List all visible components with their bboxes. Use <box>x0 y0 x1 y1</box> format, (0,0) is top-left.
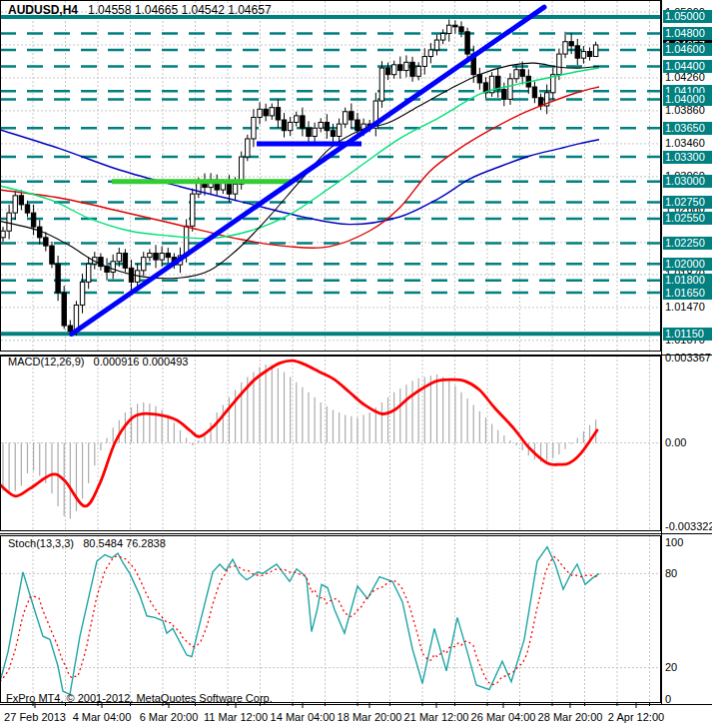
level-price-tag: 1.04800 <box>663 27 712 40</box>
price-axis-label: 1.01470 <box>663 301 712 314</box>
time-axis-label: 2 Apr 12:00 <box>608 711 664 723</box>
time-axis-label: 26 Mar 04:00 <box>471 711 536 723</box>
level-price-tag: 1.01150 <box>663 328 712 341</box>
time-axis-label: 11 Mar 12:00 <box>204 711 268 723</box>
macd-current-values: 0.000916 0.000493 <box>94 356 189 367</box>
level-price-tag: 1.05000 <box>663 10 712 23</box>
time-axis-label: 27 Feb 2013 <box>4 711 66 723</box>
time-axis-label: 18 Mar 20:00 <box>338 711 402 723</box>
support-resistance-levels-layer <box>0 17 661 334</box>
macd-axis-label: -0.003322 <box>663 520 712 533</box>
level-price-tag: 1.01800 <box>663 274 712 287</box>
stoch-current-values: 80.5484 76.2838 <box>83 537 166 549</box>
pane-borders <box>0 0 712 708</box>
time-axis-label: 28 Mar 20:00 <box>538 711 603 723</box>
level-price-tag: 1.02000 <box>663 258 712 271</box>
macd-pane-series <box>0 361 597 519</box>
stochastic-pane-series <box>0 547 599 695</box>
level-price-tag: 1.01650 <box>663 287 712 300</box>
symbol-period-label: AUDUSD,H4 <box>8 3 78 17</box>
price-axis-label: 1.03460 <box>663 137 712 150</box>
macd-axis-label: 0.003367 <box>663 352 712 364</box>
level-price-tag: 1.02550 <box>663 212 712 225</box>
stoch-axis-label: 0 <box>663 693 712 706</box>
level-price-tag: 1.03650 <box>663 122 712 135</box>
level-price-tag: 1.03000 <box>663 175 712 188</box>
macd-axis-label: 0.00 <box>663 436 712 449</box>
stoch-axis-label: 100 <box>663 536 712 549</box>
stoch-indicator-label: Stoch(13,3,3) 80.5484 76.2838 <box>8 537 166 549</box>
trendline-object[interactable] <box>72 7 544 334</box>
mt4-chart-window: AUDUSD,H4 1.04558 1.04665 1.04542 1.0465… <box>0 0 712 728</box>
time-axis-label: 6 Mar 20:00 <box>140 711 199 723</box>
stoch-axis-label: 20 <box>663 661 712 674</box>
copyright-text: FxPro MT4, © 2001-2012, MetaQuotes Softw… <box>6 692 273 704</box>
ohlc-values-label: 1.04558 1.04665 1.04542 1.04657 <box>88 3 272 17</box>
chart-title: AUDUSD,H4 1.04558 1.04665 1.04542 1.0465… <box>8 3 272 17</box>
time-axis-label: 14 Mar 04:00 <box>271 711 336 723</box>
time-axis-label: 21 Mar 12:00 <box>404 711 469 723</box>
price-axis-label: 1.03860 <box>663 104 712 117</box>
macd-indicator-label: MACD(12,26,9) 0.000916 0.000493 <box>8 356 188 367</box>
stoch-axis-label: 80 <box>663 567 712 580</box>
time-axis-label: 4 Mar 04:00 <box>73 711 132 723</box>
price-axis-label: 1.04260 <box>663 71 712 84</box>
level-price-tag: 1.04600 <box>663 43 712 56</box>
level-price-tag: 1.02750 <box>663 196 712 209</box>
level-price-tag: 1.04400 <box>663 60 712 73</box>
level-price-tag: 1.03300 <box>663 151 712 164</box>
level-price-tag: 1.04000 <box>663 93 712 106</box>
level-price-tag: 1.02250 <box>663 237 712 250</box>
